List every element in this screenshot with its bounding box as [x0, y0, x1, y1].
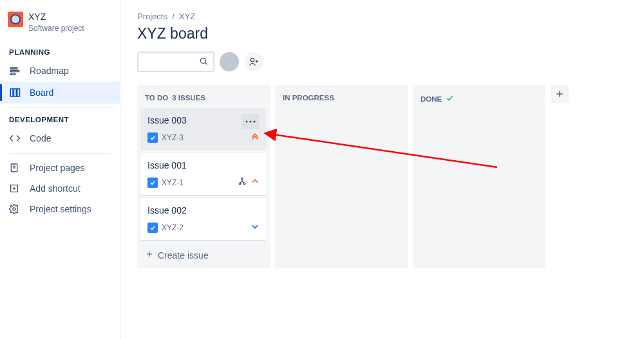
- add-shortcut-icon: [9, 183, 23, 194]
- breadcrumb-current[interactable]: XYZ: [179, 12, 195, 21]
- main-content: Projects / XYZ XYZ board TO DO 3 IS: [120, 0, 644, 339]
- section-development-label: DEVELOPMENT: [0, 112, 120, 127]
- issue-key: XYZ-3: [162, 133, 184, 142]
- card-more-button[interactable]: [242, 114, 260, 129]
- column-title: IN PROGRESS: [283, 94, 334, 102]
- search-input[interactable]: [144, 57, 199, 67]
- page-title: XYZ board: [137, 25, 627, 42]
- sidebar-item-label: Project pages: [30, 163, 85, 173]
- svg-point-20: [253, 120, 255, 122]
- sidebar-item-label: Project settings: [30, 204, 91, 214]
- avatar[interactable]: [220, 52, 239, 71]
- svg-rect-1: [10, 70, 19, 71]
- task-icon: [147, 178, 158, 188]
- check-icon: [446, 94, 454, 104]
- card[interactable]: Issue 003 XYZ-3: [140, 108, 267, 150]
- sidebar-item-label: Code: [30, 133, 51, 143]
- column-header[interactable]: TO DO 3 ISSUES: [137, 85, 270, 108]
- project-name: XYZ: [28, 12, 84, 23]
- column-header[interactable]: DONE: [413, 85, 545, 110]
- column-title: DONE: [421, 95, 442, 103]
- card[interactable]: Issue 001 XYZ-1: [140, 153, 267, 195]
- pages-icon: [9, 163, 23, 173]
- children-icon: [238, 177, 247, 188]
- project-subtitle: Software project: [28, 24, 84, 33]
- issue-key: XYZ-2: [162, 223, 184, 232]
- gear-icon: [9, 204, 23, 214]
- board: TO DO 3 ISSUES Issue 003 XYZ-3: [137, 85, 627, 268]
- svg-point-21: [242, 178, 243, 179]
- sidebar-item-label: Board: [30, 87, 53, 98]
- project-header[interactable]: XYZ Software project: [0, 12, 120, 44]
- sidebar-item-roadmap[interactable]: Roadmap: [0, 60, 120, 82]
- sidebar-item-board[interactable]: Board: [0, 82, 120, 104]
- task-icon: [147, 223, 158, 233]
- column-in-progress: IN PROGRESS: [275, 85, 408, 268]
- svg-point-18: [245, 120, 247, 122]
- svg-rect-0: [10, 68, 17, 69]
- sidebar-item-project-pages[interactable]: Project pages: [0, 158, 120, 178]
- create-issue-button[interactable]: Create issue: [137, 243, 270, 268]
- sidebar-item-project-settings[interactable]: Project settings: [0, 199, 120, 219]
- svg-point-15: [251, 59, 254, 62]
- divider: [9, 107, 111, 108]
- card-title: Issue 001: [147, 160, 260, 170]
- roadmap-icon: [9, 65, 23, 77]
- add-people-button[interactable]: [244, 52, 263, 71]
- add-column-button[interactable]: [551, 85, 569, 103]
- column-done: DONE: [413, 85, 545, 268]
- plus-icon: [145, 250, 154, 261]
- create-issue-label: Create issue: [158, 250, 209, 261]
- priority-highest-icon: [251, 132, 260, 143]
- svg-line-25: [240, 181, 243, 183]
- card[interactable]: Issue 002 XYZ-2: [140, 198, 267, 240]
- svg-rect-4: [14, 89, 17, 96]
- svg-rect-3: [10, 89, 13, 96]
- svg-line-26: [242, 181, 245, 183]
- svg-point-19: [249, 120, 251, 122]
- sidebar-item-label: Roadmap: [30, 66, 69, 76]
- section-planning-label: PLANNING: [0, 44, 120, 60]
- project-logo-icon: [8, 12, 23, 27]
- card-title: Issue 002: [147, 205, 260, 215]
- column-title: TO DO: [145, 94, 168, 102]
- sidebar: XYZ Software project PLANNING Roadmap Bo…: [0, 0, 120, 339]
- svg-rect-5: [17, 89, 20, 96]
- task-icon: [147, 133, 158, 143]
- board-icon: [9, 87, 23, 98]
- priority-low-icon: [251, 222, 260, 233]
- svg-rect-2: [10, 73, 15, 75]
- sidebar-item-add-shortcut[interactable]: Add shortcut: [0, 178, 120, 199]
- breadcrumb-sep: /: [172, 12, 175, 21]
- search-icon: [199, 57, 208, 68]
- svg-point-23: [243, 183, 245, 185]
- code-icon: [9, 133, 23, 144]
- breadcrumb: Projects / XYZ: [137, 12, 627, 21]
- breadcrumb-root[interactable]: Projects: [137, 12, 167, 21]
- sidebar-item-code[interactable]: Code: [0, 127, 120, 149]
- search-box[interactable]: [137, 51, 214, 72]
- column-todo: TO DO 3 ISSUES Issue 003 XYZ-3: [137, 85, 270, 268]
- column-header[interactable]: IN PROGRESS: [275, 85, 408, 108]
- board-toolbar: [137, 51, 627, 72]
- svg-line-14: [205, 62, 207, 64]
- sidebar-item-label: Add shortcut: [30, 183, 80, 194]
- svg-point-22: [239, 183, 241, 185]
- priority-high-icon: [251, 177, 260, 188]
- svg-point-12: [13, 208, 15, 210]
- issue-key: XYZ-1: [162, 178, 184, 187]
- svg-point-13: [200, 58, 205, 63]
- column-count: 3 ISSUES: [172, 94, 205, 102]
- divider: [9, 153, 111, 154]
